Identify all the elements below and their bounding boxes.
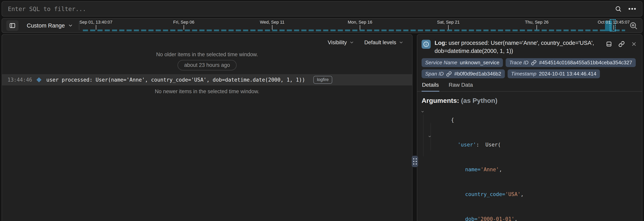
- span-id-badge[interactable]: Span ID #b0f0d9ed1ab346b2: [422, 69, 505, 78]
- collapse-chevron-icon[interactable]: [421, 110, 424, 113]
- code-field-name: country_code=: [465, 191, 505, 197]
- log-row-time: 13:44:46: [8, 77, 32, 83]
- tab-raw-data[interactable]: Raw Data: [448, 82, 473, 92]
- badge-label: Span ID: [425, 71, 444, 77]
- arguments-title: Arguments:: [422, 97, 459, 104]
- timeline-tick-mark: [272, 25, 272, 30]
- chevron-down-icon: [399, 40, 404, 45]
- metadata-badges: Service Name unknown_service Trace ID #4…: [417, 56, 642, 79]
- badge-value: 2024-10-01 13:44:46.414: [539, 71, 596, 77]
- log-row-tag: logfire: [313, 76, 332, 84]
- timeline-tick-label: Sep 01, 13:40:07: [80, 20, 112, 25]
- time-range-label: Custom Range: [27, 22, 65, 29]
- code-field-value: '2000-01-01': [478, 216, 514, 221]
- time-range-dropdown[interactable]: Custom Range: [27, 22, 73, 29]
- sql-filter-input[interactable]: [8, 5, 615, 12]
- code-field-value: 'USA': [505, 191, 520, 197]
- code-line: {: [422, 108, 638, 132]
- badge-label: Timestamp: [511, 71, 536, 77]
- default-levels-dropdown[interactable]: Default levels: [364, 39, 404, 46]
- close-icon[interactable]: [631, 41, 637, 47]
- code-line: 'user': User(: [422, 132, 638, 157]
- arguments-code-tree: { 'user': User( name='Anne', country_cod…: [422, 108, 638, 221]
- collapse-chevron-icon[interactable]: [428, 135, 432, 138]
- code-field-name: name=: [465, 167, 480, 173]
- chevron-down-icon: [68, 23, 73, 28]
- service-name-badge: Service Name unknown_service: [422, 58, 503, 67]
- badge-label: Trace ID: [509, 60, 528, 66]
- tab-details[interactable]: Details: [422, 82, 439, 92]
- code-punct: ,: [499, 167, 502, 173]
- timestamp-badge: Timestamp 2024-10-01 13:44:46.414: [508, 69, 600, 78]
- code-line: name='Anne',: [422, 157, 638, 182]
- timeline-track[interactable]: Sep 01, 13:40:07Fri, Sep 06Wed, Sep 11Mo…: [83, 18, 625, 33]
- copy-link-icon[interactable]: [618, 41, 625, 47]
- code-punct: :: [476, 142, 485, 148]
- timeline-tick-label: Fri, Sep 06: [173, 20, 194, 25]
- timeline-bar: Custom Range Sep 01, 13:40:07Fri, Sep 06…: [2, 18, 642, 33]
- timeline-tick-mark: [96, 25, 96, 30]
- badge-label: Service Name: [425, 60, 457, 66]
- code-line: dob='2000-01-01',: [422, 207, 638, 221]
- timeline-tick-label: Oct 01, 13:45:07: [598, 20, 630, 25]
- detail-kind-label: Log:: [434, 40, 447, 46]
- timeline-tick-mark: [448, 25, 448, 30]
- log-row[interactable]: 13:44:46 user processed: User(name='Anne…: [2, 74, 412, 85]
- default-levels-label: Default levels: [364, 39, 396, 46]
- detail-message: user processed: User(name='Anne', countr…: [434, 40, 594, 54]
- code-key: 'user': [458, 142, 476, 148]
- timeline-tick-mark: [184, 25, 184, 30]
- log-list-panel: Visibility Default levels No older items…: [2, 34, 412, 221]
- panel-resize-handle[interactable]: [412, 156, 418, 167]
- sidebar-toggle-button[interactable]: [6, 20, 18, 31]
- badge-value: #b0f0d9ed1ab346b2: [454, 71, 501, 77]
- timeline-tick-label: Sat, Sep 21: [437, 20, 460, 25]
- zoom-in-icon[interactable]: [629, 21, 638, 30]
- code-punct: ,: [520, 191, 524, 197]
- timeline-tick-label: Wed, Sep 11: [260, 20, 284, 25]
- no-newer-items-text: No newer items in the selected time wind…: [2, 88, 412, 95]
- timeline-tick-label: Thu, Sep 26: [525, 20, 548, 25]
- log-panel-toolbar: Visibility Default levels: [2, 35, 412, 50]
- code-field-name: dob=: [465, 216, 478, 221]
- detail-header: Log: user processed: User(name='Anne', c…: [417, 35, 642, 56]
- timeline-tick-label: Mon, Sep 16: [348, 20, 372, 25]
- panel-left-icon: [9, 22, 16, 29]
- link-icon: [531, 60, 536, 65]
- info-icon: [422, 40, 431, 49]
- chevron-down-icon: [349, 40, 354, 45]
- badge-value: unknown_service: [460, 60, 499, 66]
- detail-tabs: Details Raw Data: [417, 80, 642, 92]
- arguments-suffix: (as Python): [461, 97, 497, 104]
- link-icon: [446, 71, 452, 77]
- code-call: User(: [485, 142, 501, 148]
- timeline-tick-mark: [360, 25, 360, 30]
- code-field-value: 'Anne': [481, 167, 499, 173]
- search-icon[interactable]: [615, 5, 622, 12]
- code-line: country_code='USA',: [422, 182, 638, 207]
- detail-title: Log: user processed: User(name='Anne', c…: [434, 39, 602, 55]
- badge-value: #454514c0168a455a51bb4ceba354c327: [539, 60, 632, 66]
- code-punct: ,: [514, 216, 518, 221]
- visibility-dropdown[interactable]: Visibility: [328, 39, 354, 46]
- more-options-icon[interactable]: [628, 8, 636, 10]
- timeline-tick-mark: [536, 25, 537, 30]
- trace-id-badge[interactable]: Trace ID #454514c0168a455a51bb4ceba354c3…: [506, 58, 636, 67]
- arguments-heading: Arguments: (as Python): [422, 97, 638, 104]
- visibility-label: Visibility: [328, 39, 347, 46]
- split-view-icon[interactable]: [606, 41, 612, 47]
- sql-filter-bar: [2, 1, 642, 16]
- log-row-message: user processed: User(name='Anne', countr…: [46, 77, 305, 83]
- open-brace: {: [451, 117, 454, 123]
- log-level-diamond-icon: [36, 77, 42, 82]
- relative-time-badge[interactable]: about 23 hours ago: [178, 60, 237, 70]
- no-older-items-text: No older items in the selected time wind…: [2, 51, 412, 58]
- timeline-dashed-series: [83, 29, 625, 31]
- log-detail-panel: Log: user processed: User(name='Anne', c…: [417, 34, 642, 221]
